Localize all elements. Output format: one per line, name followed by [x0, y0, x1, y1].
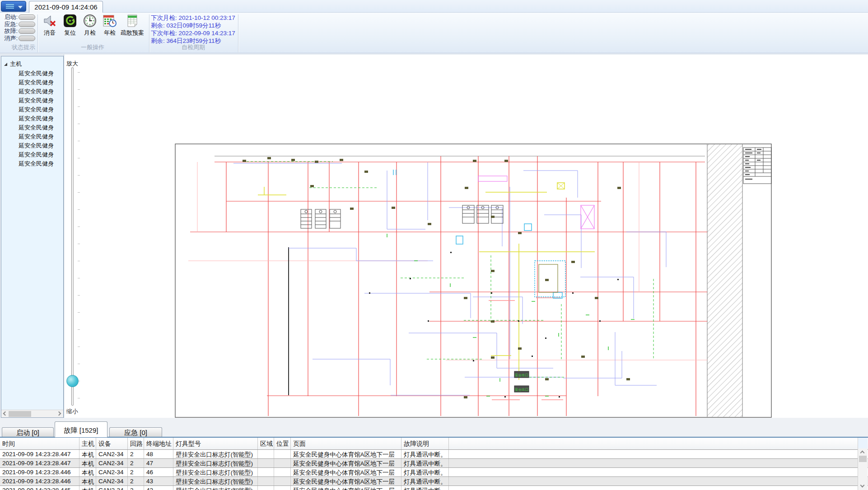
slider-tick	[78, 158, 80, 158]
tree-item-station[interactable]: 延安全民健身	[1, 87, 63, 96]
scrollbar-thumb[interactable]	[859, 456, 867, 462]
slider-tick	[78, 347, 80, 347]
table-cell: 灯具通讯中断。	[401, 450, 449, 458]
selfcheck-group-caption: 自检周期	[164, 43, 223, 51]
zoom-in-label[interactable]: 放大	[66, 60, 78, 68]
tree-item-station[interactable]: 延安全民健身	[1, 78, 63, 87]
table-cell: 2021-09-09 14:23:28.447	[0, 450, 79, 458]
slider-tick	[78, 175, 80, 176]
column-header[interactable]: 设备	[96, 438, 128, 449]
annual-check-button[interactable]: 年检	[99, 14, 120, 37]
mute-button[interactable]: 消音	[39, 14, 60, 37]
tree-item-station[interactable]: 延安全民健身	[1, 114, 63, 123]
scroll-left-icon[interactable]	[4, 412, 7, 416]
table-row[interactable]: 2021-09-09 14:23:28.445本机CAN2-34242壁挂安全出…	[0, 486, 868, 490]
scroll-right-icon[interactable]	[57, 412, 61, 416]
chevron-down-icon	[18, 6, 23, 9]
evacuation-plan-button-label: 疏散预案	[119, 29, 145, 37]
scroll-up-icon[interactable]	[861, 451, 864, 454]
status-row: 应急:	[3, 21, 35, 28]
table-cell: 46	[144, 468, 173, 476]
table-cell: CAN2-34	[96, 468, 128, 476]
status-indicator-lamp	[19, 14, 35, 20]
status-indicator-lamp	[19, 36, 35, 41]
column-header[interactable]: 回路	[128, 438, 144, 449]
exit-sign-text: 安全出口	[515, 373, 528, 377]
column-header[interactable]: 故障说明	[401, 438, 449, 449]
tree-node-host[interactable]: 主机	[4, 60, 22, 68]
scrollbar-thumb[interactable]	[9, 411, 31, 417]
table-cell: 2021-09-09 14:23:28.445	[0, 486, 79, 490]
status-indicator-lamp	[19, 22, 35, 27]
tree-item-station[interactable]: 延安全民健身	[1, 105, 63, 114]
table-cell: 延安全民健身中心体育馆A区地下一层	[291, 450, 401, 458]
monthly-check-button[interactable]: 月检	[79, 14, 100, 37]
table-row[interactable]: 2021-09-09 14:23:28.446本机CAN2-34243壁挂安全出…	[0, 477, 868, 486]
datetime-tab[interactable]: 2021-09-09 14:24:06	[29, 1, 103, 13]
zoom-out-label[interactable]: 缩小	[66, 407, 78, 416]
slider-tick	[78, 295, 80, 296]
tree-item-station[interactable]: 延安全民健身	[1, 159, 63, 168]
status-indicator-group: 启动:应急:故障:消声:	[3, 14, 35, 42]
zoom-slider-thumb[interactable]	[66, 375, 79, 387]
table-cell	[274, 486, 291, 490]
column-header[interactable]: 主机	[79, 438, 96, 449]
ribbon-toolbar: 启动:应急:故障:消声: 状态提示 消音 复位	[0, 13, 868, 53]
table-vertical-scrollbar[interactable]	[858, 438, 868, 490]
expand-triangle-icon	[4, 63, 7, 66]
event-tab[interactable]: 启动 [0]	[2, 427, 54, 437]
zoom-slider-track[interactable]	[71, 67, 74, 406]
table-cell: 壁挂安全出口标志灯(智能型)	[173, 468, 258, 476]
evacuation-plan-button[interactable]: 疏散预案	[119, 14, 145, 37]
tree-item-station[interactable]: 延安全民健身	[1, 69, 63, 78]
table-cell: 2	[128, 459, 144, 467]
group-divider	[149, 14, 149, 52]
slider-tick	[78, 141, 80, 141]
menu-button[interactable]	[1, 1, 26, 12]
table-row[interactable]: 2021-09-09 14:23:28.447本机CAN2-34248壁挂安全出…	[0, 450, 868, 459]
tree-item-station[interactable]: 延安全民健身	[1, 123, 63, 132]
table-cell: 灯具通讯中断。	[401, 486, 449, 490]
status-label: 消声:	[3, 34, 18, 42]
column-header[interactable]: 位置	[274, 438, 291, 449]
table-row[interactable]: 2021-09-09 14:23:28.447本机CAN2-34247壁挂安全出…	[0, 459, 868, 468]
event-tab[interactable]: 故障 [1529]	[55, 421, 107, 437]
floorplan-canvas[interactable]: 放大 缩小	[64, 55, 868, 418]
calendar-clock-icon	[103, 14, 117, 28]
table-row[interactable]: 2021-09-09 14:23:28.446本机CAN2-34246壁挂安全出…	[0, 468, 868, 477]
column-header[interactable]: 时间	[0, 438, 79, 449]
column-header[interactable]: 区域	[258, 438, 274, 449]
exit-sign-text: 安全出口	[515, 388, 528, 392]
column-header[interactable]: 页面	[291, 438, 401, 449]
table-cell: 2	[128, 477, 144, 485]
table-cell: 本机	[79, 468, 96, 476]
table-cell: 壁挂安全出口标志灯(智能型)	[173, 477, 258, 485]
slider-tick	[78, 364, 80, 364]
event-tab[interactable]: 应急 [0]	[109, 427, 162, 437]
tree-item-station[interactable]: 延安全民健身	[1, 150, 63, 159]
tree-item-station[interactable]: 延安全民健身	[1, 141, 63, 150]
table-cell: 48	[144, 450, 173, 458]
reset-button[interactable]: 复位	[60, 14, 80, 37]
column-header[interactable]: 终端地址	[144, 438, 173, 449]
table-cell	[274, 459, 291, 467]
scroll-down-icon[interactable]	[861, 484, 864, 487]
table-cell: CAN2-34	[96, 459, 128, 467]
cad-floorplan-drawing: 安全出口 安全出口	[175, 143, 772, 418]
table-cell: 43	[144, 477, 173, 485]
title-strip: 2021-09-09 14:24:06	[0, 0, 868, 13]
table-cell: 2	[128, 450, 144, 458]
table-cell: CAN2-34	[96, 450, 128, 458]
table-cell: 2021-09-09 14:23:28.447	[0, 459, 79, 467]
table-cell	[274, 468, 291, 476]
slider-tick	[78, 244, 80, 244]
column-header[interactable]: 灯具型号	[173, 438, 258, 449]
table-cell: 本机	[79, 486, 96, 490]
tree-item-station[interactable]: 延安全民健身	[1, 96, 63, 105]
event-log-panel: 启动 [0]故障 [1529]应急 [0] 时间主机设备回路终端地址灯具型号区域…	[0, 418, 868, 490]
next-monthly-check-text: 下次月检: 2021-10-12 00:23:17	[151, 14, 235, 22]
slider-tick	[78, 261, 80, 261]
tree-item-station[interactable]: 延安全民健身	[1, 132, 63, 141]
status-indicator-lamp	[19, 28, 35, 34]
sidebar-horizontal-scrollbar[interactable]	[1, 410, 63, 417]
